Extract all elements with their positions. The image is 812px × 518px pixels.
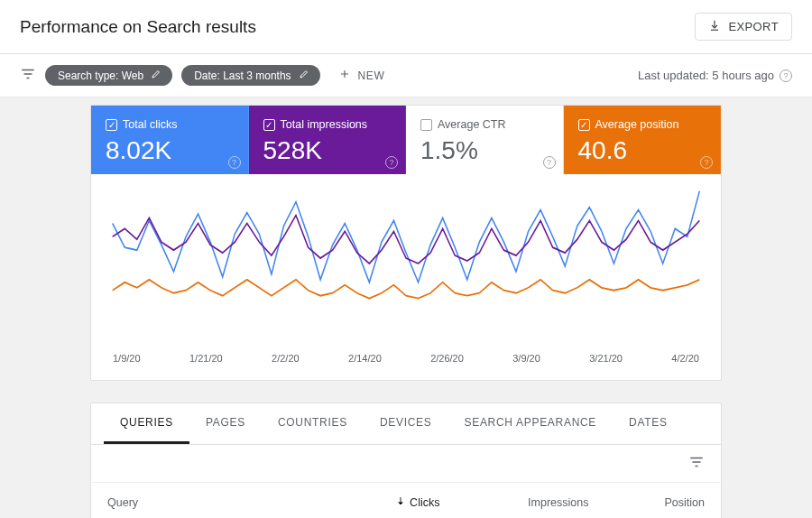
pencil-icon	[299, 69, 309, 82]
help-icon[interactable]: ?	[700, 156, 713, 169]
tab-devices[interactable]: DEVICES	[364, 403, 448, 444]
download-icon	[708, 19, 721, 34]
help-icon[interactable]: ?	[385, 156, 398, 169]
chip-date-label: Date: Last 3 months	[194, 69, 291, 82]
help-icon[interactable]: ?	[228, 156, 241, 169]
x-tick: 3/21/20	[589, 353, 623, 364]
help-icon[interactable]: ?	[543, 156, 556, 169]
x-tick: 4/2/20	[671, 353, 699, 364]
table-filter-icon[interactable]	[688, 454, 705, 473]
metric-orange[interactable]: ✓Average position 40.6 ?	[564, 106, 722, 174]
filter-icon[interactable]	[20, 66, 36, 85]
x-tick: 3/9/20	[512, 353, 540, 364]
last-updated-text: Last updated: 5 hours ago	[638, 69, 774, 82]
new-label: NEW	[358, 69, 385, 82]
export-button[interactable]: EXPORT	[695, 13, 792, 41]
x-tick: 2/2/20	[272, 353, 300, 364]
tab-queries[interactable]: QUERIES	[104, 403, 189, 444]
help-icon[interactable]: ?	[780, 69, 792, 82]
plus-icon	[338, 68, 351, 83]
queries-table: Query Clicks Impressions Position wordpr…	[91, 482, 721, 518]
new-filter-button[interactable]: NEW	[338, 68, 385, 83]
x-tick: 2/26/20	[430, 353, 464, 364]
col-position[interactable]: Position	[605, 483, 722, 519]
metric-blue[interactable]: ✓Total clicks 8.02K ?	[91, 106, 249, 174]
x-tick: 1/9/20	[113, 353, 141, 364]
page-title: Performance on Search results	[20, 17, 256, 37]
col-query[interactable]: Query	[91, 483, 333, 519]
x-tick: 1/21/20	[189, 353, 223, 364]
chip-search-type[interactable]: Search type: Web	[45, 65, 172, 86]
performance-card: ✓Total clicks 8.02K ? ✓Total impressions…	[90, 105, 722, 381]
export-label: EXPORT	[728, 20, 779, 33]
performance-chart	[107, 185, 705, 347]
pencil-icon	[151, 69, 161, 82]
col-clicks[interactable]: Clicks	[333, 483, 456, 519]
tab-pages[interactable]: PAGES	[189, 403, 262, 444]
chip-search-type-label: Search type: Web	[58, 69, 143, 82]
sort-desc-icon	[395, 495, 406, 509]
col-impressions[interactable]: Impressions	[456, 483, 604, 519]
tab-dates[interactable]: DATES	[613, 403, 684, 444]
x-tick: 2/14/20	[348, 353, 382, 364]
queries-card: QUERIESPAGESCOUNTRIESDEVICESSEARCH APPEA…	[90, 402, 722, 518]
last-updated: Last updated: 5 hours ago ?	[638, 69, 792, 82]
chart-x-axis: 1/9/201/21/202/2/202/14/202/26/203/9/203…	[107, 347, 705, 364]
tab-countries[interactable]: COUNTRIES	[262, 403, 364, 444]
tab-search-appearance[interactable]: SEARCH APPEARANCE	[448, 403, 613, 444]
metric-off[interactable]: Average CTR 1.5% ?	[406, 106, 564, 174]
metric-purple[interactable]: ✓Total impressions 528K ?	[249, 106, 407, 174]
chip-date[interactable]: Date: Last 3 months	[181, 65, 319, 86]
